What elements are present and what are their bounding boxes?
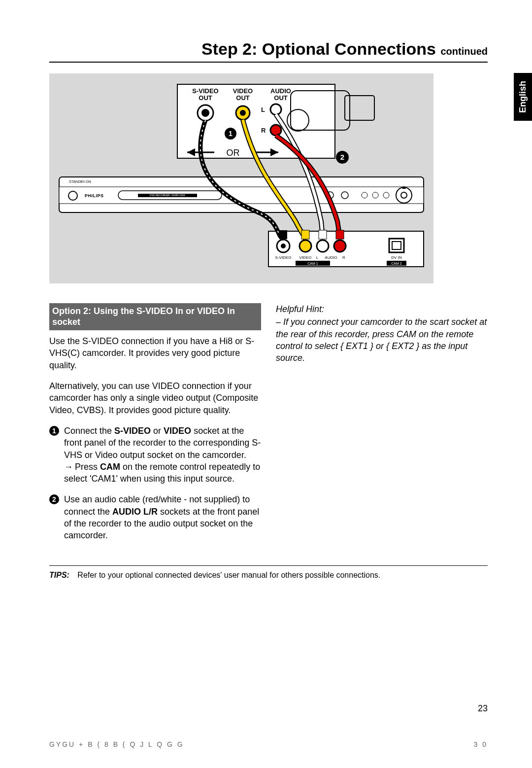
svg-point-4 — [240, 110, 246, 116]
step-2: 2 Use an audio cable (red/white - not su… — [64, 493, 261, 541]
page-title-continued: continued — [440, 46, 488, 57]
page-title-main: Step 2: Optional Connections — [201, 39, 440, 58]
svg-rect-42 — [336, 230, 344, 239]
svg-point-32 — [299, 240, 311, 252]
svg-point-6 — [270, 125, 281, 136]
diagram-badge-1: 1 — [229, 130, 233, 138]
label-device: DVD RECORDER / HARD DISK — [150, 194, 186, 197]
hint-body: – If you connect your camcorder to the s… — [276, 316, 488, 364]
svg-rect-41 — [319, 230, 327, 239]
label-out1: OUT — [199, 94, 212, 102]
option-2-p1: Use the S-VIDEO connection if you have a… — [49, 335, 261, 371]
content-columns: Option 2: Using the S-VIDEO In or VIDEO … — [49, 303, 488, 551]
footer-left: GYGU + B ( 8 B ( Q J L Q G G — [49, 740, 184, 748]
footer-right: 3 0 — [474, 740, 488, 748]
label-l: L — [261, 106, 265, 113]
tips-row: TIPS: Refer to your optional connected d… — [49, 565, 488, 580]
svg-point-2 — [201, 109, 209, 117]
panel-audio: AUDIO — [325, 255, 337, 260]
panel-cam1: CAM 1 — [307, 262, 318, 265]
step-1: 1 Connect the S-VIDEO or VIDEO socket at… — [64, 425, 261, 485]
label-or: OR — [227, 148, 240, 158]
tips-text: Refer to your optional connected devices… — [77, 571, 380, 579]
footer: GYGU + B ( 8 B ( Q J L Q G G 3 0 — [49, 740, 488, 748]
svg-rect-17 — [59, 187, 424, 204]
panel-cam2: CAM 2 — [391, 262, 402, 265]
step-1-sub: →Press CAM on the remote control repeate… — [64, 462, 260, 484]
page-number: 23 — [478, 703, 488, 714]
label-standby: STANDBY-ON — [69, 180, 91, 183]
connection-diagram: S-VIDEO OUT VIDEO OUT AUDIO OUT L R 1 OR — [49, 73, 433, 283]
svg-rect-40 — [301, 230, 309, 239]
label-video: VIDEO — [233, 87, 253, 95]
panel-dvin: DV IN — [391, 255, 402, 260]
panel-r: R — [342, 255, 345, 260]
panel-svideo: S-VIDEO — [275, 255, 292, 260]
arrow-icon: → — [64, 461, 73, 473]
label-r: R — [261, 127, 266, 134]
step-2-badge: 2 — [49, 494, 59, 504]
svg-point-34 — [334, 240, 346, 252]
tips-label: TIPS: — [49, 571, 69, 579]
option-2-p2: Alternatively, you can use VIDEO connect… — [49, 380, 261, 416]
label-audio: AUDIO — [270, 87, 291, 95]
svg-point-5 — [270, 104, 281, 115]
label-out3: OUT — [274, 94, 288, 102]
label-svideo: S-VIDEO — [192, 87, 218, 95]
svg-point-31 — [281, 244, 286, 248]
step-1-badge: 1 — [49, 426, 59, 436]
svg-rect-39 — [279, 230, 287, 239]
hint-title: Helpful Hint: — [276, 303, 488, 315]
step-1-text: Connect the S-VIDEO or VIDEO socket at t… — [64, 426, 261, 460]
diagram-badge-2: 2 — [340, 153, 344, 161]
label-out2: OUT — [236, 94, 250, 102]
svg-rect-36 — [392, 242, 401, 249]
right-column: Helpful Hint: – If you connect your camc… — [276, 303, 488, 551]
label-brand: PHILIPS — [85, 193, 104, 198]
panel-l: L — [316, 255, 319, 260]
left-column: Option 2: Using the S-VIDEO In or VIDEO … — [49, 303, 261, 551]
panel-video: VIDEO — [299, 255, 312, 260]
page-title-row: Step 2: Optional Connections continued — [49, 39, 488, 63]
svg-point-33 — [317, 240, 329, 252]
option-2-header: Option 2: Using the S-VIDEO In or VIDEO … — [49, 303, 261, 330]
language-tab: English — [514, 73, 532, 121]
option-2-steps: 1 Connect the S-VIDEO or VIDEO socket at… — [49, 425, 261, 542]
step-2-text: Use an audio cable (red/white - not supp… — [64, 494, 259, 540]
